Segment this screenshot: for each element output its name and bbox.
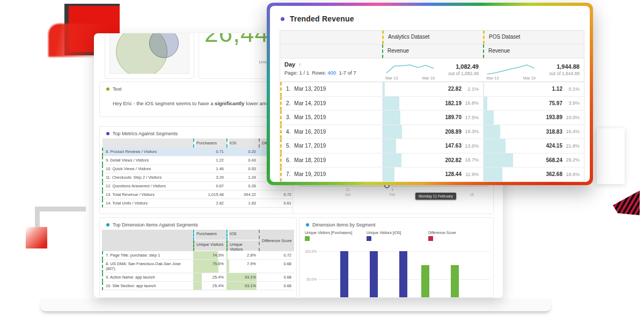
metrics-col-ios[interactable]: iOS [226, 138, 259, 148]
table-row[interactable]: 10. Site Section: app launch 25.4% 93.1%… [102, 282, 294, 290]
analytics-value: 147.63 [445, 143, 462, 149]
text-panel-title-label: Text [113, 86, 122, 92]
table-row[interactable]: 10. Quick Views / Visitors 1.46 0.53 [102, 165, 294, 173]
chart-legend: Unique Visitors [Purchasers]Unique Visit… [305, 231, 490, 241]
legend-item[interactable]: Unique Visitors [iOS] [367, 231, 428, 241]
dimension-name: 7. Page Title: purchase: step 1 [103, 251, 193, 259]
analytics-value-cell[interactable]: 208.89 19.3% [382, 125, 483, 139]
top-dimension-title: Top Dimension Items Against Segments [106, 222, 198, 228]
table-row[interactable]: 8. US DMA: San Francisco-Oak-San Jose (8… [102, 260, 294, 273]
pos-value-cell[interactable]: 318.83 16.4% [483, 125, 584, 139]
table-row[interactable]: 5. Mar 17, 2019 147.63 13.6% 424.15 21.8… [280, 139, 584, 153]
analytics-value: 202.82 [445, 157, 462, 163]
table-row[interactable]: 9. Action Name: app launch 25.4% 93.1% 0… [102, 273, 294, 282]
analytics-revenue-header[interactable]: Revenue [382, 45, 483, 58]
purchasers-value: 1.22 [193, 156, 226, 164]
analytics-value: 22.82 [448, 86, 462, 92]
top-dimension-items-panel: Top Dimension Items Against Segments Pur… [99, 217, 297, 298]
analytics-value-cell[interactable]: 22.82 2.1% [382, 82, 483, 96]
dims-col-difference[interactable]: Difference Score [259, 230, 294, 251]
table-row[interactable]: 9. Detail Views / Visitors 1.22 0.43 [102, 156, 294, 165]
top-metrics-title-label: Top Metrics Against Segments [113, 131, 178, 136]
sparkline[interactable]: Mar 13Mar 19 [385, 60, 435, 80]
pos-value-cell[interactable]: 75.97 3.9% [483, 97, 584, 111]
text-note-prefix: Hey Eric - the iOS segment seems to have… [113, 100, 215, 106]
bar[interactable] [421, 265, 429, 298]
pos-percent: 18.6% [562, 172, 580, 177]
table-row[interactable]: 11. Checkouts: Step 2 / Visitors 3.29 1.… [102, 173, 294, 182]
row-number: 7. [286, 171, 290, 177]
top-dimension-title-label: Top Dimension Items Against Segments [113, 222, 198, 228]
table-row[interactable]: 4. Mar 16, 2019 208.89 19.3% 318.83 16.4… [280, 125, 584, 140]
difference-value: 0.72 [259, 251, 294, 259]
pos-summary-cell: Mar 13Mar 191,944.88out of 1,944.88 [483, 58, 584, 82]
total-value: 1,944.88 [549, 63, 580, 70]
analytics-dataset-header[interactable]: Analytics Dataset [382, 31, 483, 44]
analytics-percent: 2.1% [462, 86, 479, 92]
dims-subcol-unique-visitors[interactable]: Unique Visitors [193, 240, 226, 251]
table-row[interactable]: 13. Total Revenue / Visitors 1,015.48 39… [102, 191, 294, 199]
table-row[interactable]: 7. Mar 19, 2019 128.44 11.9% 362.68 18.6… [280, 167, 584, 182]
spark-end-label: Mar 19 [523, 76, 536, 80]
panel-dot-icon [106, 132, 109, 135]
sparkline[interactable]: Mar 13Mar 19 [486, 60, 536, 80]
dimension-name: 8. US DMA: San Francisco-Oak-San Jose (8… [103, 260, 193, 273]
pos-percent: 29.2% [562, 157, 580, 163]
page-label: Page: 1 / 1 [284, 70, 309, 76]
pos-dataset-header[interactable]: POS Dataset [483, 31, 584, 44]
day-column-label[interactable]: Day [284, 61, 295, 68]
dimension-items-chart-title: Dimension Items by Segment [306, 222, 376, 228]
pos-value-cell[interactable]: 424.15 21.8% [483, 139, 584, 153]
pos-value: 424.15 [546, 143, 562, 149]
bar[interactable] [399, 251, 407, 298]
venn-diagram[interactable] [109, 33, 189, 74]
analytics-value-cell[interactable]: 128.44 11.9% [382, 167, 483, 181]
sort-arrow-icon[interactable]: ↑ [298, 62, 301, 68]
table-row[interactable]: 3. Mar 15, 2019 189.70 17.5% 193.89 10.0… [280, 111, 584, 125]
pos-revenue-header[interactable]: Revenue [483, 45, 584, 58]
legend-item[interactable]: Unique Visitors [Purchasers] [305, 231, 367, 241]
metric-name: 8. Product Reviews / Visitors [103, 148, 193, 156]
table-row[interactable]: 8. Product Reviews / Visitors 0.71 0.20 [102, 148, 294, 156]
table-row[interactable]: 12. Questions Answered / Visitors 0.67 0… [102, 182, 294, 191]
analytics-value-cell[interactable]: 202.82 18.7% [382, 153, 483, 167]
table-row[interactable]: 2. Mar 14, 2019 182.19 16.8% 75.97 3.9% [280, 97, 584, 111]
dims-col-ios[interactable]: iOS [226, 230, 259, 240]
bar[interactable] [340, 251, 348, 298]
pos-value-cell[interactable]: 193.89 10.0% [483, 111, 584, 125]
ios-value: 7.9% [247, 261, 256, 266]
table-row[interactable]: 1. Mar 13, 2019 22.82 2.1% 1.12 0.1% [280, 82, 584, 97]
analytics-value-cell[interactable]: 182.19 16.8% [382, 97, 483, 111]
laptop-base [40, 298, 551, 311]
ios-value: 394.22 [226, 191, 259, 199]
pos-value-cell[interactable]: 568.24 29.2% [483, 153, 584, 167]
panel-dot-icon [106, 223, 109, 226]
analytics-percent: 17.5% [462, 115, 479, 120]
table-row[interactable]: 7. Page Title: purchase: step 1 74.3% 2.… [102, 251, 294, 260]
pos-value-cell[interactable]: 362.68 18.6% [483, 167, 584, 181]
ios-value: 93.1% [245, 275, 256, 280]
day-header-cell[interactable]: Day↑ Page: 1 / 1 Rows: 400 1-7 of 7 [280, 58, 382, 82]
table-row[interactable]: 6. Mar 18, 2019 202.82 18.7% 568.24 29.2… [280, 153, 584, 168]
bar[interactable] [451, 265, 459, 298]
analytics-value: 189.70 [445, 114, 462, 120]
analytics-value-cell[interactable]: 147.63 13.6% [382, 139, 483, 153]
metrics-col-purchasers[interactable]: Purchasers [193, 138, 226, 148]
legend-item[interactable]: Difference Score [428, 231, 490, 241]
metrics-col-blank [102, 138, 193, 148]
metric-name: 12. Questions Answered / Visitors [103, 182, 193, 190]
rows-count-link[interactable]: 400 [327, 70, 336, 76]
dims-subcol-unique-visitors[interactable]: Unique Visitors [226, 240, 259, 251]
pos-value-cell[interactable]: 1.12 0.1% [483, 82, 584, 96]
analytics-value: 182.19 [445, 100, 462, 106]
table-row[interactable]: 14. Total Units / Visitors 2.82 1.83 0.6… [102, 199, 294, 208]
pos-percent: 16.4% [562, 129, 580, 134]
analytics-value-cell[interactable]: 189.70 17.5% [382, 111, 483, 125]
row-number: 5. [286, 143, 290, 149]
dims-col-purchasers[interactable]: Purchasers [193, 230, 226, 240]
value-bar [226, 251, 228, 259]
total-value: 1,082.49 [448, 63, 479, 70]
y-tick-100: 100.0% [303, 250, 317, 253]
bar[interactable] [370, 251, 378, 298]
legend-label: Unique Visitors [Purchasers] [305, 231, 367, 235]
